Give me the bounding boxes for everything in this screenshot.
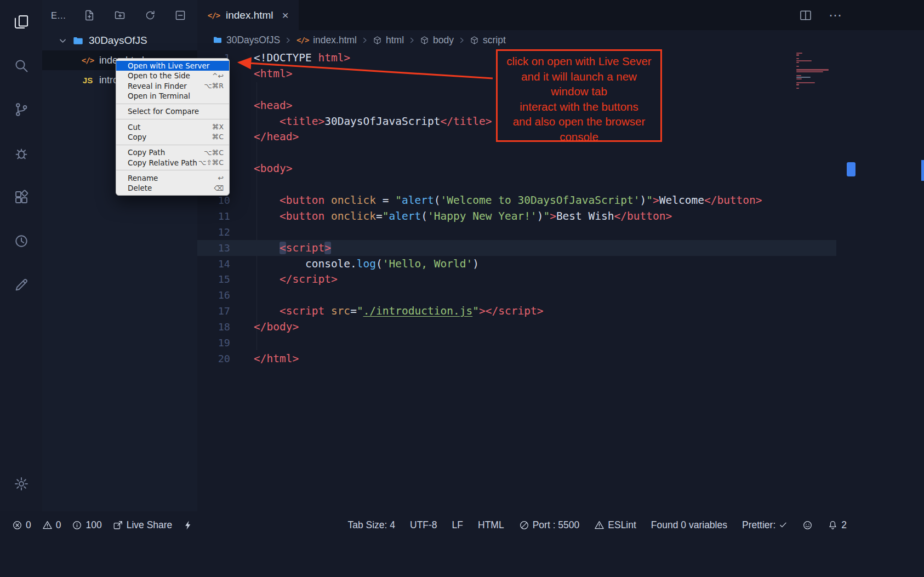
menu-item-open-with-live-server[interactable]: Open with Live Server [116, 61, 229, 71]
menu-item-shortcut: ⌥⌘C [204, 148, 224, 157]
activity-run-debug[interactable] [0, 132, 42, 175]
menu-item-label: Reveal in Finder [128, 82, 187, 90]
activity-search[interactable] [0, 44, 42, 88]
status-live-share[interactable]: Live Share [113, 519, 173, 531]
tab-index-html[interactable]: </> index.html × [197, 0, 299, 30]
share-icon [113, 520, 123, 530]
code-line-16[interactable]: 16 [197, 287, 924, 303]
error-icon [12, 520, 22, 530]
status-100[interactable]: 100 [72, 519, 101, 531]
code-line-19[interactable]: 19 [197, 335, 924, 351]
status-bolt[interactable] [183, 520, 193, 530]
code-line-20[interactable]: 20</html> [197, 351, 924, 367]
breadcrumb-script[interactable]: script [470, 35, 506, 46]
html-file-icon: </> [207, 10, 220, 21]
code-line-13[interactable]: 13 <script> [197, 240, 924, 256]
breadcrumb-separator-icon [408, 36, 416, 44]
activity-source-control[interactable] [0, 88, 42, 132]
status-0[interactable]: 0 [12, 519, 31, 531]
check-icon [779, 521, 788, 529]
line-number: 14 [197, 256, 230, 272]
menu-item-delete[interactable]: Delete⌫ [116, 183, 229, 193]
menu-item-copy-path[interactable]: Copy Path⌥⌘C [116, 147, 229, 157]
breadcrumb-separator-icon [458, 36, 466, 44]
activity-bar-top [0, 0, 42, 307]
slash-icon [519, 520, 529, 530]
menu-item-open-in-terminal[interactable]: Open in Terminal [116, 91, 229, 101]
activity-history[interactable] [0, 219, 42, 263]
chevron-down-icon [58, 36, 67, 45]
status-eslint[interactable]: ESLint [594, 519, 636, 531]
menu-item-copy-relative-path[interactable]: Copy Relative Path⌥⇧⌘C [116, 157, 229, 167]
code-line-11[interactable]: 11 <button onclick="alert('Happy New Yea… [197, 208, 924, 224]
menu-item-shortcut: ⌥⌘R [204, 82, 224, 90]
status-lf[interactable]: LF [452, 519, 463, 531]
code-line-12[interactable]: 12 [197, 224, 924, 240]
split-editor-icon[interactable] [799, 9, 812, 22]
menu-item-select-for-compare[interactable]: Select for Compare [116, 106, 229, 116]
menu-item-rename[interactable]: Rename↩ [116, 173, 229, 183]
status-utf-8[interactable]: UTF-8 [410, 519, 437, 531]
status-smiley[interactable] [802, 520, 813, 530]
new-folder-icon[interactable] [114, 9, 126, 21]
minimap[interactable] [796, 53, 847, 90]
menu-item-reveal-in-finder[interactable]: Reveal in Finder⌥⌘R [116, 81, 229, 91]
breadcrumb-body[interactable]: body [420, 35, 454, 46]
line-content: </body> [254, 321, 299, 333]
code-line-18[interactable]: 18</body> [197, 319, 924, 335]
menu-item-label: Copy Path [128, 148, 165, 157]
status-2[interactable]: 2 [828, 519, 847, 531]
menu-item-open-to-the-side[interactable]: Open to the Side^↩ [116, 71, 229, 81]
minimap-line [796, 88, 799, 89]
refresh-icon[interactable] [144, 9, 156, 21]
breadcrumb-30daysofjs[interactable]: 30DaysOfJS [213, 35, 280, 46]
status-0[interactable]: 0 [42, 519, 61, 531]
code-line-9[interactable]: 9 [197, 176, 924, 192]
explorer-title: E… [51, 10, 66, 21]
activity-feedback[interactable] [0, 263, 42, 307]
menu-item-cut[interactable]: Cut⌘X [116, 122, 229, 132]
tab-close-icon[interactable]: × [282, 9, 289, 21]
activity-explorer[interactable] [0, 0, 42, 44]
code-line-8[interactable]: 8<body> [197, 161, 924, 176]
symbol-cube-icon [373, 36, 382, 45]
menu-item-label: Open with Live Server [128, 61, 209, 70]
status-html[interactable]: HTML [478, 519, 504, 531]
breadcrumb-index.html[interactable]: </>index.html [296, 35, 357, 46]
breadcrumb-html[interactable]: html [373, 35, 404, 46]
line-content: <script> [254, 242, 331, 254]
minimap-line [796, 71, 823, 72]
new-file-icon[interactable] [84, 9, 96, 21]
line-content: <!DOCTYPE html> [254, 52, 350, 64]
status-label: 2 [841, 519, 847, 531]
status-port-5500[interactable]: Port : 5500 [519, 519, 580, 531]
code-line-7[interactable]: 7 [197, 145, 924, 161]
scrollbar-selection-marker[interactable] [847, 162, 855, 176]
status-label: HTML [478, 519, 504, 531]
menu-item-shortcut: ↩ [218, 174, 224, 182]
collapse-all-icon[interactable] [174, 9, 186, 21]
activity-settings[interactable] [0, 462, 42, 506]
status-right: Tab Size: 4UTF-8LFHTMLPort : 5500ESLintF… [347, 519, 847, 531]
status-found-0-variables[interactable]: Found 0 variables [651, 519, 727, 531]
status-prettier-[interactable]: Prettier: [742, 519, 788, 531]
code-line-14[interactable]: 14 console.log('Hello, World') [197, 256, 924, 272]
folder-root-row[interactable]: 30DaysOfJS [42, 31, 197, 50]
status-label: Tab Size: 4 [347, 519, 395, 531]
minimap-line [796, 69, 829, 70]
status-tab-size-4[interactable]: Tab Size: 4 [347, 519, 395, 531]
html-file-icon: </> [81, 55, 94, 66]
code-line-17[interactable]: 17 <script src="./introduction.js"></scr… [197, 303, 924, 319]
minimap-line [796, 75, 801, 76]
more-actions-icon[interactable]: ⋯ [829, 8, 842, 23]
code-line-10[interactable]: 10 <button onclick = "alert('Welcome to … [197, 192, 924, 208]
code-line-15[interactable]: 15 </script> [197, 271, 924, 287]
activity-extensions[interactable] [0, 175, 42, 219]
minimap-line [796, 84, 799, 85]
line-number: 12 [197, 224, 230, 240]
menu-item-label: Delete [128, 184, 152, 192]
line-content: <html> [254, 67, 292, 80]
menu-item-copy[interactable]: Copy⌘C [116, 132, 229, 142]
status-bar-row: 00100Live Share Tab Size: 4UTF-8LFHTMLPo… [0, 511, 924, 539]
tab-bar: </> index.html × ⋯ [197, 0, 924, 30]
